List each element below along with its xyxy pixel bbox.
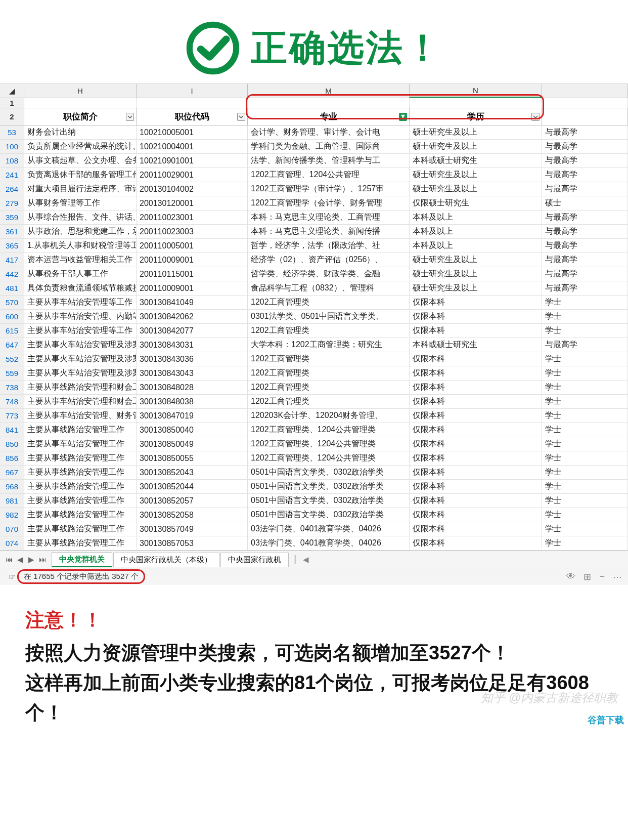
cell-position-desc[interactable]: 1.从事机关人事和财税管理等工作； bbox=[24, 239, 137, 253]
cell-education[interactable]: 仅限本科 bbox=[410, 324, 542, 338]
cell-next[interactable]: 与最高学 bbox=[542, 225, 628, 238]
cell-position-code[interactable]: 200110009001 bbox=[137, 281, 248, 295]
cell-next[interactable]: 与最高学 bbox=[542, 182, 628, 196]
row-number[interactable]: 967 bbox=[0, 466, 24, 479]
cell-education[interactable]: 硕士研究生及以上 bbox=[410, 168, 542, 182]
cell-position-desc[interactable]: 主要从事车站治安管理等工作 bbox=[24, 296, 137, 309]
cell-position-desc[interactable]: 财务会计出纳 bbox=[24, 125, 137, 139]
row-number[interactable]: 264 bbox=[0, 182, 24, 196]
cell-major[interactable]: 会计学、财务管理、审计学、会计电 bbox=[248, 125, 410, 139]
cell-education[interactable]: 本科及以上 bbox=[410, 211, 542, 224]
cell-education[interactable]: 硕士研究生及以上 bbox=[410, 253, 542, 267]
cell-position-desc[interactable]: 主要从事线路治安管理工作 bbox=[24, 522, 137, 536]
cell-major[interactable]: 1202工商管理类 bbox=[248, 352, 410, 366]
cell-next[interactable]: 学士 bbox=[542, 480, 628, 493]
row-number[interactable]: 615 bbox=[0, 324, 24, 338]
cell-education[interactable]: 硕士研究生及以上 bbox=[410, 267, 542, 281]
cell-next[interactable]: 与最高学 bbox=[542, 168, 628, 182]
tab-nav-last[interactable]: ⏭ bbox=[37, 555, 48, 565]
cell-position-code[interactable]: 300130850049 bbox=[137, 437, 248, 451]
cell-major[interactable]: 1202工商管理类 bbox=[248, 324, 410, 338]
cell-education[interactable]: 本科或硕士研究生 bbox=[410, 154, 542, 167]
cell-major[interactable]: 1202工商管理类、1204公共管理类 bbox=[248, 423, 410, 437]
cell-education[interactable]: 硕士研究生及以上 bbox=[410, 140, 542, 153]
cell-position-desc[interactable]: 主要从事车站治安管理等工作 bbox=[24, 324, 137, 338]
cell-education[interactable]: 仅限本科 bbox=[410, 522, 542, 536]
cell-position-desc[interactable]: 主要从事线路治安管理工作 bbox=[24, 536, 137, 550]
cell-position-desc[interactable]: 从事文稿起草、公文办理、会务和活 bbox=[24, 154, 137, 167]
cell-position-desc[interactable]: 主要从事车站治安管理和财会工作 bbox=[24, 395, 137, 408]
cell-position-code[interactable]: 300130843043 bbox=[137, 366, 248, 380]
cell-major[interactable]: 1202工商管理、1204公共管理 bbox=[248, 168, 410, 182]
row-number[interactable]: 279 bbox=[0, 196, 24, 210]
cell-position-desc[interactable]: 负责离退休干部的服务管理工作。承 bbox=[24, 168, 137, 182]
cell-position-desc[interactable]: 从事综合性报告、文件、讲话、文章 bbox=[24, 211, 137, 224]
row-number[interactable]: 100 bbox=[0, 140, 24, 153]
row-number[interactable]: 738 bbox=[0, 381, 24, 394]
cell-education[interactable]: 硕士研究生及以上 bbox=[410, 182, 542, 196]
cell-education[interactable]: 仅限本科 bbox=[410, 480, 542, 493]
cell-major[interactable]: 1202工商管理类 bbox=[248, 296, 410, 309]
cell-position-code[interactable]: 300130857053 bbox=[137, 536, 248, 550]
cell-next[interactable]: 与最高学 bbox=[542, 281, 628, 295]
cell-education[interactable]: 本科或硕士研究生 bbox=[410, 338, 542, 352]
cell-position-code[interactable]: 300130857049 bbox=[137, 522, 248, 536]
row-number[interactable]: 570 bbox=[0, 296, 24, 309]
cell-position-code[interactable]: 200110023001 bbox=[137, 211, 248, 224]
column-head-next[interactable] bbox=[542, 84, 628, 98]
cell-education[interactable]: 仅限本科 bbox=[410, 536, 542, 550]
cell-position-code[interactable]: 200110115001 bbox=[137, 267, 248, 281]
header-next[interactable] bbox=[542, 108, 628, 125]
cell-major[interactable]: 1202工商管理类、1204公共管理类 bbox=[248, 437, 410, 451]
cell-next[interactable]: 学士 bbox=[542, 310, 628, 323]
cell-major[interactable]: 0501中国语言文学类、0302政治学类 bbox=[248, 494, 410, 508]
filter-button[interactable] bbox=[237, 113, 245, 121]
cell-education[interactable]: 本科及以上 bbox=[410, 225, 542, 238]
cell-position-code[interactable]: 300130848028 bbox=[137, 381, 248, 394]
cell-education[interactable]: 仅限本科 bbox=[410, 508, 542, 522]
cell-education[interactable]: 仅限本科 bbox=[410, 352, 542, 366]
filter-button-active[interactable] bbox=[399, 113, 407, 121]
cell-position-code[interactable]: 300130852043 bbox=[137, 466, 248, 479]
row-number[interactable]: 481 bbox=[0, 281, 24, 295]
cell-major[interactable]: 1202工商管理类、1204公共管理类 bbox=[248, 451, 410, 465]
cell-major[interactable]: 本科：马克思主义理论类、工商管理 bbox=[248, 211, 410, 224]
row-number[interactable]: 968 bbox=[0, 480, 24, 493]
row-number[interactable]: 981 bbox=[0, 494, 24, 508]
header-position-desc[interactable]: 职位简介 bbox=[24, 108, 137, 125]
autosum-icon[interactable]: ☞ bbox=[6, 571, 17, 582]
cell-next[interactable]: 学士 bbox=[542, 466, 628, 479]
cell-position-code[interactable]: 300130842077 bbox=[137, 324, 248, 338]
grid-icon[interactable]: ⊞ bbox=[584, 571, 591, 582]
filter-button[interactable] bbox=[126, 113, 134, 121]
cell-next[interactable]: 学士 bbox=[542, 352, 628, 366]
cell-next[interactable]: 与最高学 bbox=[542, 239, 628, 253]
sheet-tab[interactable]: 中央国家行政机关（本级） bbox=[113, 553, 219, 567]
cell-next[interactable]: 学士 bbox=[542, 296, 628, 309]
cell-major[interactable]: 1202工商管理学（会计学、财务管理 bbox=[248, 196, 410, 210]
cell-position-code[interactable]: 300130843036 bbox=[137, 352, 248, 366]
header-position-code[interactable]: 职位代码 bbox=[137, 108, 248, 125]
cell-position-desc[interactable]: 主要从事线路治安管理和财会工作 bbox=[24, 381, 137, 394]
menu-icon[interactable]: ⋯ bbox=[613, 571, 622, 582]
cell-major[interactable]: 经济学（02）、资产评估（0256）、 bbox=[248, 253, 410, 267]
cell-next[interactable]: 学士 bbox=[542, 451, 628, 465]
cell-position-desc[interactable]: 主要从事火车站治安管理及涉案财物 bbox=[24, 338, 137, 352]
cell-position-code[interactable]: 200110005001 bbox=[137, 239, 248, 253]
row-number[interactable]: 074 bbox=[0, 536, 24, 550]
cell-major[interactable]: 1202工商管理学（审计学）、1257审 bbox=[248, 182, 410, 196]
cell-major[interactable]: 0501中国语言文学类、0302政治学类 bbox=[248, 508, 410, 522]
cell-education[interactable]: 仅限本科 bbox=[410, 310, 542, 323]
cell-position-desc[interactable]: 从事税务干部人事工作 bbox=[24, 267, 137, 281]
cell-next[interactable]: 与最高学 bbox=[542, 140, 628, 153]
cell-position-desc[interactable]: 主要从事线路治安管理工作 bbox=[24, 508, 137, 522]
cell-position-code[interactable]: 300130848038 bbox=[137, 395, 248, 408]
column-head-H[interactable]: H bbox=[24, 84, 137, 98]
cell-major[interactable]: 本科：马克思主义理论类、新闻传播 bbox=[248, 225, 410, 238]
cell-major[interactable]: 法学、新闻传播学类、管理科学与工 bbox=[248, 154, 410, 167]
cell-next[interactable]: 学士 bbox=[542, 324, 628, 338]
cell-next[interactable]: 硕士 bbox=[542, 196, 628, 210]
row-number[interactable]: 361 bbox=[0, 225, 24, 238]
row-number[interactable]: 53 bbox=[0, 125, 24, 139]
cell-next[interactable]: 学士 bbox=[542, 437, 628, 451]
